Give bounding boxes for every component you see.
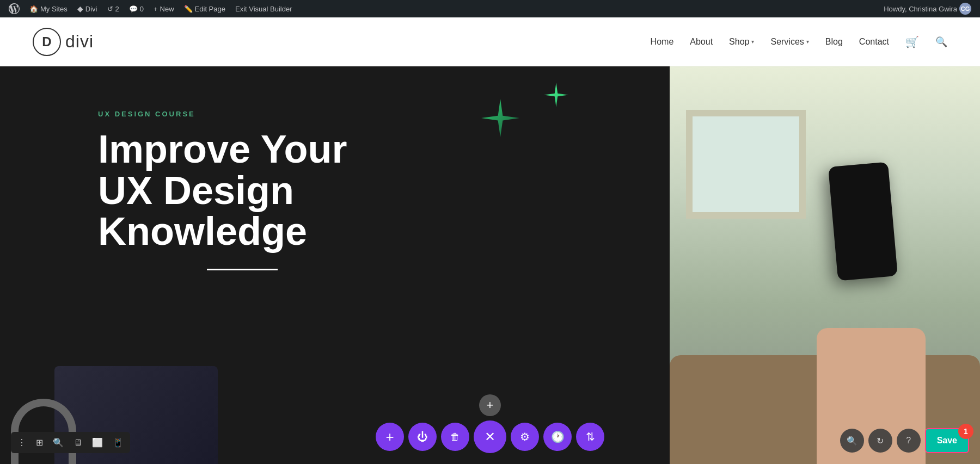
divi-menu[interactable]: ◆ Divi (74, 0, 101, 17)
wordpress-logo-btn[interactable] (5, 0, 23, 17)
user-greeting-text: Howdy, Christina Gwira (884, 5, 957, 13)
new-label: New (160, 5, 174, 13)
divi-label: Divi (85, 5, 97, 13)
search-button[interactable]: 🔍 (51, 435, 66, 450)
comments-count: 0 (140, 5, 144, 13)
close-button[interactable]: ✕ (474, 420, 506, 453)
hero-image (670, 66, 980, 464)
hero-title-line1: Improve Your (98, 127, 347, 171)
my-sites-icon: 🏠 (29, 5, 38, 13)
exit-vb-btn[interactable]: Exit Visual Builder (232, 0, 296, 17)
window-frame (686, 110, 806, 219)
delete-button[interactable]: 🗑 (441, 423, 469, 451)
comments-menu[interactable]: 💬 0 (126, 0, 147, 17)
admin-bar: 🏠 My Sites ◆ Divi ↺ 2 💬 0 + New ✏️ Edit … (0, 0, 980, 17)
settings-button[interactable]: ⚙ (511, 423, 539, 451)
nav-blog-label: Blog (825, 37, 843, 47)
desktop-view-button[interactable]: 🖥 (71, 436, 84, 450)
nav-contact[interactable]: Contact (859, 37, 889, 47)
search-pages-button[interactable]: 🔍 (840, 429, 864, 453)
new-menu[interactable]: + New (150, 0, 177, 17)
plus-icon: + (154, 5, 158, 13)
logo-letter: D (42, 34, 51, 50)
user-greeting[interactable]: Howdy, Christina Gwira CG (880, 3, 975, 15)
sync-count: 2 (115, 5, 119, 13)
divi-icon: ◆ (77, 4, 83, 13)
nav-contact-label: Contact (859, 37, 889, 47)
logo-text: divi (65, 32, 94, 52)
hero-title: Improve Your UX Design Knowledge (98, 129, 347, 252)
nav-shop-label: Shop (729, 37, 749, 47)
nav-home-label: Home (651, 37, 674, 47)
help-button[interactable]: ? (897, 429, 921, 453)
chevron-down-icon: ▾ (751, 39, 754, 45)
sparkle-decoration (470, 83, 579, 148)
sparkle-large-icon (481, 99, 519, 137)
edit-page-label: Edit Page (195, 5, 225, 13)
site-nav: Home About Shop ▾ Services ▾ Blog Contac… (651, 35, 947, 48)
add-module-button[interactable]: + (376, 423, 404, 451)
headphones-partial (11, 399, 76, 464)
plus-icon: + (487, 398, 494, 412)
my-sites-menu[interactable]: 🏠 My Sites (26, 0, 71, 17)
history-button[interactable]: 🕐 (543, 423, 572, 451)
layout-button[interactable]: ⇅ (576, 423, 604, 451)
nav-about[interactable]: About (690, 37, 713, 47)
nav-home[interactable]: Home (651, 37, 674, 47)
edit-page-btn[interactable]: ✏️ Edit Page (181, 0, 229, 17)
nav-services-label: Services (770, 37, 804, 47)
pencil-icon: ✏️ (184, 5, 193, 13)
phone-prop (828, 162, 898, 281)
mobile-view-button[interactable]: 📱 (111, 435, 126, 450)
nav-blog[interactable]: Blog (825, 37, 843, 47)
toolbar-center: + ⏻ 🗑 ✕ ⚙ 🕐 ⇅ (376, 420, 604, 453)
menu-dots-button[interactable]: ⋮ (15, 435, 28, 450)
power-button[interactable]: ⏻ (408, 423, 437, 451)
hero-subtitle: UX DESIGN COURSE (98, 110, 347, 118)
my-sites-label: My Sites (40, 5, 68, 13)
sparkle-small-icon (544, 83, 568, 107)
toolbar-left: ⋮ ⊞ 🔍 🖥 ⬜ 📱 (11, 432, 130, 453)
nav-shop[interactable]: Shop ▾ (729, 37, 754, 47)
hero-title-line3: Knowledge (98, 209, 307, 253)
hero-image-placeholder (670, 66, 980, 464)
tablet-view-button[interactable]: ⬜ (90, 435, 105, 450)
site-header: D divi Home About Shop ▾ Services ▾ Blog… (0, 17, 980, 66)
site-logo[interactable]: D divi (33, 28, 94, 56)
grid-view-button[interactable]: ⊞ (34, 435, 45, 450)
hero-content: UX DESIGN COURSE Improve Your UX Design … (98, 110, 347, 270)
save-wrapper: 1 Save (925, 428, 969, 453)
sync-button[interactable]: ↻ (868, 429, 892, 453)
avatar: CG (959, 3, 971, 15)
nav-services[interactable]: Services ▾ (770, 37, 808, 47)
toolbar-right: 🔍 ↻ ? 1 Save (840, 428, 969, 453)
hero-title-line2: UX Design (98, 169, 294, 212)
comment-icon: 💬 (129, 5, 138, 13)
add-section-button[interactable]: + (479, 394, 501, 416)
admin-bar-right: Howdy, Christina Gwira CG (880, 3, 975, 15)
sync-menu[interactable]: ↺ 2 (104, 0, 122, 17)
nav-about-label: About (690, 37, 713, 47)
chevron-down-icon: ▾ (806, 39, 809, 45)
hero-section: UX DESIGN COURSE Improve Your UX Design … (0, 66, 980, 464)
notification-badge: 1 (958, 424, 973, 439)
sync-icon: ↺ (107, 5, 113, 13)
hero-divider (207, 269, 278, 270)
logo-circle-icon: D (33, 28, 61, 56)
cart-icon[interactable]: 🛒 (905, 35, 919, 48)
search-icon[interactable]: 🔍 (935, 36, 947, 48)
exit-vb-label: Exit Visual Builder (235, 5, 292, 13)
